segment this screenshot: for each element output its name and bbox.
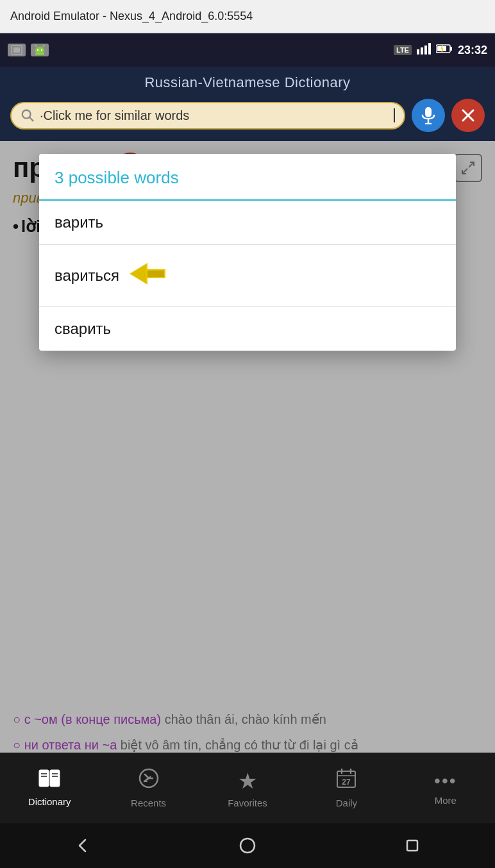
nav-more-label: More xyxy=(435,795,457,806)
dialog-title: 3 possible words xyxy=(55,168,179,187)
dialog-item-1[interactable]: варить xyxy=(39,201,456,245)
battery-icon xyxy=(436,44,453,57)
svg-rect-11 xyxy=(428,43,431,54)
bottom-nav: Dictionary Recents ★ Favorites 27 xyxy=(0,753,495,823)
svg-line-19 xyxy=(29,117,33,121)
dialog-item-3[interactable]: сварить xyxy=(39,307,456,351)
svg-point-4 xyxy=(41,49,42,51)
svg-rect-30 xyxy=(147,271,164,277)
svg-rect-33 xyxy=(50,770,60,787)
search-cursor xyxy=(394,108,395,122)
nav-recents-label: Recents xyxy=(131,797,166,808)
daily-nav-icon: 27 xyxy=(335,767,357,794)
svg-rect-7 xyxy=(35,53,44,55)
svg-line-5 xyxy=(35,45,37,47)
svg-marker-31 xyxy=(131,264,146,283)
main-content: привет ★ привéт м. 1а •lời chào, lời thă… xyxy=(0,141,495,769)
dialog-header: 3 possible words xyxy=(39,154,456,201)
svg-rect-8 xyxy=(417,49,419,54)
svg-rect-1 xyxy=(13,47,20,53)
nav-favorites[interactable]: ★ Favorites xyxy=(198,753,297,823)
signal-icon xyxy=(417,43,431,58)
svg-point-18 xyxy=(22,110,31,119)
lte-badge: LTE xyxy=(394,45,412,55)
back-button[interactable] xyxy=(69,831,97,860)
svg-rect-10 xyxy=(424,46,427,54)
svg-rect-9 xyxy=(421,47,423,54)
mic-button[interactable] xyxy=(412,99,445,132)
window-title: Android Emulator - Nexus_4_Android_6.0:5… xyxy=(10,10,253,23)
svg-text:27: 27 xyxy=(342,778,351,787)
time-display: 23:32 xyxy=(458,44,487,57)
search-input[interactable]: ·Click me for similar words xyxy=(40,108,388,123)
nav-favorites-label: Favorites xyxy=(228,797,267,808)
status-right: LTE 23:32 xyxy=(394,43,487,58)
dialog-item-2[interactable]: вариться xyxy=(39,245,456,307)
nav-recents[interactable]: Recents xyxy=(99,753,197,823)
home-button[interactable] xyxy=(233,831,262,860)
dialog-overlay: 3 possible words варить вариться xyxy=(0,141,495,769)
svg-point-3 xyxy=(37,49,38,51)
svg-rect-13 xyxy=(450,47,452,51)
android-icon xyxy=(31,44,49,56)
svg-point-44 xyxy=(240,839,255,853)
search-bar: ·Click me for similar words xyxy=(10,99,485,132)
nav-more[interactable]: ••• More xyxy=(396,753,495,823)
recents-button[interactable] xyxy=(398,831,426,860)
sim-icon xyxy=(8,44,26,56)
status-left-icons xyxy=(8,44,49,56)
search-input-wrapper[interactable]: ·Click me for similar words xyxy=(10,102,405,129)
title-bar: Android Emulator - Nexus_4_Android_6.0:5… xyxy=(0,0,495,33)
svg-rect-45 xyxy=(407,840,417,851)
nav-daily-label: Daily xyxy=(336,797,357,808)
search-icon xyxy=(21,108,35,122)
recents-nav-icon xyxy=(138,767,160,794)
android-nav xyxy=(0,823,495,868)
more-nav-icon: ••• xyxy=(434,771,457,791)
clear-button[interactable] xyxy=(451,99,485,132)
app-header: Russian-Vietnamese Dictionary ·Click me … xyxy=(0,67,495,141)
possible-words-dialog: 3 possible words варить вариться xyxy=(39,154,456,351)
dictionary-nav-icon xyxy=(38,769,61,792)
app-title: Russian-Vietnamese Dictionary xyxy=(10,74,485,91)
nav-dictionary-label: Dictionary xyxy=(28,796,71,807)
extra-line-1: ○ с ~ом (в конце письма) chào thân ái, c… xyxy=(13,709,482,730)
svg-rect-20 xyxy=(425,107,432,117)
favorites-nav-icon: ★ xyxy=(238,768,257,794)
svg-line-6 xyxy=(43,45,44,47)
status-bar: LTE 23:32 xyxy=(0,33,495,67)
selection-arrow-icon xyxy=(130,258,176,294)
dialog-item-label-3: сварить xyxy=(55,320,111,338)
nav-dictionary[interactable]: Dictionary xyxy=(0,753,99,823)
dialog-item-label-2: вариться xyxy=(55,267,119,285)
nav-daily[interactable]: 27 Daily xyxy=(297,753,396,823)
dialog-item-label-1: варить xyxy=(55,213,103,231)
svg-rect-32 xyxy=(39,770,49,787)
